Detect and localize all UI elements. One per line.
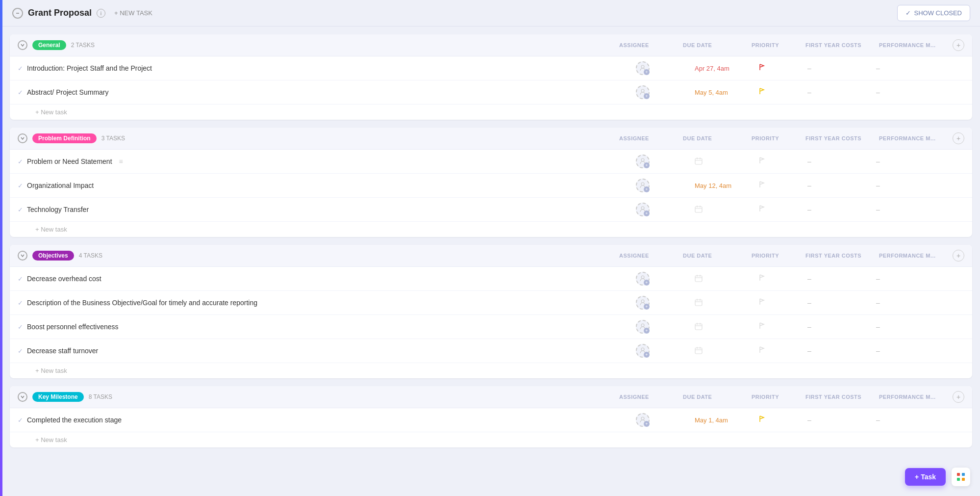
section-toggle-key-milestone[interactable] (18, 392, 27, 402)
add-column-button-key-milestone[interactable]: + (953, 391, 964, 403)
show-closed-button[interactable]: ✓ SHOW CLOSED (897, 5, 970, 21)
new-task-row-key-milestone[interactable]: + New task (10, 432, 972, 447)
performance-m-cell: – (876, 416, 945, 424)
task-check-icon[interactable]: ✓ (18, 417, 23, 424)
task-check-icon[interactable]: ✓ (18, 206, 23, 213)
section-count-problem-definition: 3 TASKS (101, 135, 355, 142)
task-row[interactable]: ✓Organizational Impact+May 12, 4am–– (10, 174, 972, 198)
task-row[interactable]: ✓Problem or Need Statement≡+–– (10, 150, 972, 174)
task-row[interactable]: ✓Abstract/ Project Summary+May 5, 4am–– (10, 80, 972, 104)
info-icon[interactable]: i (97, 9, 105, 18)
due-date-cell[interactable] (695, 157, 758, 166)
section-label-objectives[interactable]: Objectives (32, 251, 74, 261)
avatar[interactable]: + (636, 155, 650, 168)
performance-m-cell: – (876, 157, 945, 165)
priority-flag-icon (758, 299, 766, 307)
avatar[interactable]: + (636, 85, 650, 99)
col-header-assignee: ASSIGNEE (619, 42, 678, 48)
task-check-icon[interactable]: ✓ (18, 182, 23, 189)
priority-cell[interactable] (758, 205, 807, 214)
avatar[interactable]: + (636, 296, 650, 310)
due-date-cell[interactable]: May 12, 4am (695, 182, 758, 189)
grid-view-button[interactable] (952, 468, 970, 486)
task-menu-icon[interactable]: ≡ (119, 157, 123, 165)
task-name-cell: ✓Completed the execution stage (18, 416, 636, 424)
due-date-cell[interactable]: Apr 27, 4am (695, 65, 758, 72)
due-date-cell[interactable] (695, 298, 758, 308)
priority-cell[interactable] (758, 346, 807, 356)
avatar-add-icon[interactable]: + (644, 280, 650, 286)
task-row[interactable]: ✓Boost personnel effectiveness+–– (10, 315, 972, 339)
svg-point-14 (641, 276, 644, 279)
task-row[interactable]: ✓Decrease overhead cost+–– (10, 267, 972, 291)
task-check-icon[interactable]: ✓ (18, 323, 23, 331)
svg-point-34 (641, 417, 644, 420)
avatar-add-icon[interactable]: + (644, 421, 650, 427)
avatar-add-icon[interactable]: + (644, 352, 650, 358)
avatar[interactable]: + (636, 179, 650, 192)
avatar-add-icon[interactable]: + (644, 328, 650, 334)
priority-cell[interactable] (758, 87, 807, 97)
new-task-button[interactable]: + NEW TASK (110, 7, 156, 19)
task-name-cell: ✓Problem or Need Statement≡ (18, 157, 636, 165)
section-toggle-objectives[interactable] (18, 251, 27, 261)
task-check-icon[interactable]: ✓ (18, 65, 23, 72)
svg-point-2 (641, 89, 644, 92)
due-date-cell[interactable]: May 5, 4am (695, 89, 758, 96)
avatar-add-icon[interactable]: + (644, 93, 650, 99)
new-task-row-general[interactable]: + New task (10, 104, 972, 120)
avatar[interactable]: + (636, 413, 650, 427)
task-row[interactable]: ✓Description of the Business Objective/G… (10, 291, 972, 315)
priority-cell[interactable] (758, 298, 807, 308)
add-column-button-problem-definition[interactable]: + (953, 132, 964, 144)
first-year-costs-cell: – (807, 206, 876, 213)
avatar-add-icon[interactable]: + (644, 162, 650, 168)
priority-cell[interactable] (758, 63, 807, 73)
task-check-icon[interactable]: ✓ (18, 89, 23, 96)
avatar-add-icon[interactable]: + (644, 186, 650, 192)
due-date-cell[interactable] (695, 346, 758, 356)
avatar-add-icon[interactable]: + (644, 304, 650, 310)
priority-cell[interactable] (758, 181, 807, 190)
svg-point-3 (641, 158, 644, 161)
section-label-key-milestone[interactable]: Key Milestone (32, 392, 84, 402)
task-row[interactable]: ✓Introduction: Project Staff and the Pro… (10, 56, 972, 80)
priority-cell[interactable] (758, 415, 807, 425)
project-toggle-icon[interactable] (12, 8, 23, 19)
task-fab-button[interactable]: + Task (905, 468, 946, 486)
dot-1 (957, 473, 960, 476)
due-date-cell[interactable] (695, 274, 758, 284)
avatar[interactable]: + (636, 272, 650, 286)
task-check-icon[interactable]: ✓ (18, 275, 23, 283)
avatar[interactable]: + (636, 61, 650, 75)
avatar[interactable]: + (636, 320, 650, 334)
section-count-key-milestone: 8 TASKS (89, 393, 349, 400)
task-check-icon[interactable]: ✓ (18, 299, 23, 307)
avatar-add-icon[interactable]: + (644, 210, 650, 216)
section-toggle-problem-definition[interactable] (18, 133, 27, 143)
add-column-button-general[interactable]: + (953, 39, 964, 51)
task-row[interactable]: ✓Technology Transfer+–– (10, 198, 972, 222)
section-toggle-general[interactable] (18, 40, 27, 50)
due-date-cell[interactable]: May 1, 4am (695, 417, 758, 424)
task-name-cell: ✓Introduction: Project Staff and the Pro… (18, 64, 636, 72)
assignee-cell: + (636, 61, 695, 75)
new-task-row-problem-definition[interactable]: + New task (10, 222, 972, 237)
task-check-icon[interactable]: ✓ (18, 158, 23, 165)
task-row[interactable]: ✓Decrease staff turnover+–– (10, 339, 972, 363)
due-date-cell[interactable] (695, 205, 758, 214)
avatar-add-icon[interactable]: + (644, 69, 650, 75)
avatar[interactable]: + (636, 203, 650, 216)
col-header-performance_m: PERFORMANCE M... (879, 42, 948, 48)
due-date-cell[interactable] (695, 322, 758, 332)
section-label-problem-definition[interactable]: Problem Definition (32, 133, 97, 143)
task-check-icon[interactable]: ✓ (18, 347, 23, 355)
priority-cell[interactable] (758, 322, 807, 332)
priority-cell[interactable] (758, 157, 807, 166)
section-label-general[interactable]: General (32, 40, 66, 50)
add-column-button-objectives[interactable]: + (953, 250, 964, 261)
new-task-row-objectives[interactable]: + New task (10, 363, 972, 378)
task-row[interactable]: ✓Completed the execution stage+May 1, 4a… (10, 408, 972, 432)
priority-cell[interactable] (758, 274, 807, 284)
avatar[interactable]: + (636, 344, 650, 358)
